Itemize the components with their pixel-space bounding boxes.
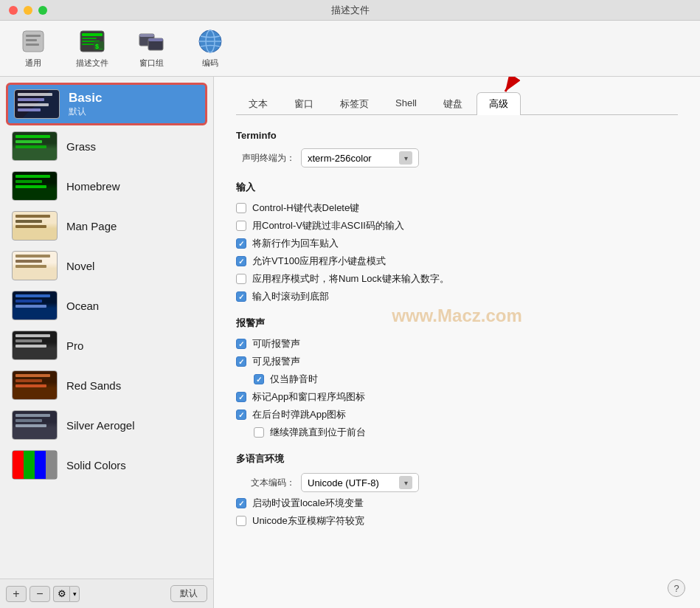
- maximize-button[interactable]: [38, 6, 47, 15]
- visible-checkbox[interactable]: [236, 356, 246, 367]
- tab-text[interactable]: 文本: [236, 92, 280, 115]
- bounce-app-checkbox[interactable]: [236, 410, 246, 420]
- sidebar-item-homebrew[interactable]: Homebrew: [6, 167, 207, 205]
- input-section: 输入 Control-H键代表Delete键 用Control-V键跳过非ASC…: [236, 181, 678, 303]
- vt100-label: 允许VT100应用程序小键盘模式: [252, 255, 386, 268]
- sidebar-item-novel[interactable]: Novel: [6, 246, 207, 285]
- audible-checkbox[interactable]: [236, 339, 246, 349]
- cjk-width-checkbox[interactable]: [236, 516, 246, 526]
- badge-app-label: 标记App和窗口程序坞图标: [252, 390, 365, 404]
- multilang-section: 多语言环境 文本编码： Unicode (UTF-8) ▾ 启动时设置local…: [236, 452, 678, 528]
- sidebar-item-pro[interactable]: Pro: [6, 326, 207, 365]
- toolbar-profiles[interactable]: $_ 描述文件: [74, 28, 111, 69]
- homebrew-name: Homebrew: [66, 180, 120, 193]
- grass-name: Grass: [66, 140, 96, 153]
- bounce-app-row: 在后台时弹跳App图标: [236, 408, 678, 421]
- sidebar: Basic 默认 Grass: [0, 77, 214, 608]
- svg-rect-14: [148, 38, 163, 41]
- tab-tabpage[interactable]: 标签页: [328, 92, 381, 115]
- newline-row: 将新行作为回车贴入: [236, 237, 678, 250]
- newline-checkbox[interactable]: [236, 238, 246, 249]
- cjk-width-label: Unicode东亚模糊字符较宽: [252, 514, 364, 528]
- sidebar-item-silveraerogel[interactable]: Silver Aerogel: [6, 406, 207, 444]
- alert-section: 报警声 可听报警声 可见报警声 仅当静音时 标记App和窗口程序坞图标 在后台时…: [236, 317, 678, 439]
- close-button[interactable]: [9, 6, 18, 15]
- pro-name: Pro: [66, 339, 83, 352]
- ctrl-h-checkbox[interactable]: [236, 203, 246, 213]
- ocean-name: Ocean: [66, 300, 99, 312]
- terminfo-header: Terminfo: [236, 130, 678, 141]
- terminfo-select[interactable]: xterm-256color ▾: [301, 148, 419, 167]
- vt100-row: 允许VT100应用程序小键盘模式: [236, 255, 678, 268]
- locale-label: 启动时设置locale环境变量: [252, 497, 364, 510]
- remove-profile-button[interactable]: −: [30, 586, 50, 602]
- sidebar-item-basic[interactable]: Basic 默认: [6, 83, 207, 125]
- minimize-button[interactable]: [24, 6, 32, 15]
- sidebar-item-ocean[interactable]: Ocean: [6, 286, 207, 325]
- homebrew-thumbnail: [12, 171, 58, 201]
- titlebar: 描述文件: [0, 0, 700, 21]
- numlock-row: 应用程序模式时，将Num Lock键来输入数字。: [236, 272, 678, 286]
- pro-thumbnail: [12, 331, 58, 360]
- sidebar-item-grass[interactable]: Grass: [6, 127, 207, 165]
- sidebar-item-redsands[interactable]: Red Sands: [6, 366, 207, 404]
- svg-rect-5: [82, 33, 103, 36]
- add-profile-button[interactable]: +: [6, 586, 27, 602]
- windowgroup-label: 窗口组: [139, 58, 164, 69]
- main-area: Basic 默认 Grass: [0, 77, 700, 608]
- silent-only-label: 仅当静音时: [270, 373, 318, 386]
- vt100-checkbox[interactable]: [236, 256, 246, 266]
- locale-checkbox[interactable]: [236, 498, 246, 508]
- svg-rect-1: [26, 35, 41, 37]
- ctrl-h-row: Control-H键代表Delete键: [236, 201, 678, 215]
- toolbar-encoding[interactable]: 编码: [192, 28, 229, 69]
- svg-rect-8: [82, 44, 95, 45]
- window-title: 描述文件: [331, 4, 370, 17]
- audible-label: 可听报警声: [252, 337, 300, 350]
- toolbar-general[interactable]: 通用: [15, 28, 52, 69]
- encoding-select[interactable]: Unicode (UTF-8) ▾: [301, 473, 419, 492]
- declare-terminal-row: 声明终端为： xterm-256color ▾: [236, 148, 678, 167]
- manpage-name: Man Page: [66, 220, 117, 232]
- silveraerogel-thumbnail: [12, 410, 58, 440]
- tab-shell[interactable]: Shell: [383, 92, 429, 115]
- svg-rect-12: [139, 34, 154, 37]
- set-default-button[interactable]: 默认: [170, 585, 207, 602]
- redsands-thumbnail: [12, 370, 58, 400]
- badge-app-checkbox[interactable]: [236, 392, 246, 402]
- sidebar-footer: + − ⚙ ▾ 默认: [0, 578, 213, 608]
- gear-dropdown-button[interactable]: ▾: [69, 586, 80, 602]
- sidebar-item-solidcolors[interactable]: Solid Colors: [6, 446, 207, 484]
- silent-only-row: 仅当静音时: [236, 373, 678, 386]
- encoding-label: 文本编码：: [236, 477, 295, 489]
- input-header: 输入: [236, 181, 678, 194]
- help-button[interactable]: ?: [668, 579, 685, 597]
- sidebar-item-manpage[interactable]: Man Page: [6, 207, 207, 245]
- tab-advanced[interactable]: 高级: [477, 92, 521, 115]
- gear-button[interactable]: ⚙: [53, 586, 69, 602]
- content-panel: www.Macz.com 文本 窗口 标签页 Shell 键盘 高级: [214, 77, 700, 608]
- numlock-checkbox[interactable]: [236, 274, 246, 284]
- tab-window[interactable]: 窗口: [282, 92, 326, 115]
- scroll-checkbox[interactable]: [236, 291, 246, 302]
- ocean-thumbnail: [12, 291, 58, 320]
- silveraerogel-name: Silver Aerogel: [66, 419, 135, 432]
- red-arrow-annotation: [498, 77, 538, 97]
- toolbar-windowgroup[interactable]: 窗口组: [133, 28, 170, 69]
- badge-app-row: 标记App和窗口程序坞图标: [236, 390, 678, 404]
- basic-sub: 默认: [69, 106, 102, 118]
- solidcolors-name: Solid Colors: [66, 459, 126, 471]
- manpage-thumbnail: [12, 211, 58, 241]
- ctrl-v-checkbox[interactable]: [236, 221, 246, 231]
- basic-name: Basic: [69, 91, 102, 106]
- tab-keyboard[interactable]: 键盘: [431, 92, 475, 115]
- silent-only-checkbox[interactable]: [254, 374, 264, 384]
- bounce-front-checkbox[interactable]: [254, 427, 264, 438]
- novel-name: Novel: [66, 260, 94, 272]
- terminfo-section: Terminfo 声明终端为： xterm-256color ▾: [236, 130, 678, 167]
- cjk-width-row: Unicode东亚模糊字符较宽: [236, 514, 678, 528]
- basic-thumbnail: [14, 89, 60, 119]
- terminfo-value: xterm-256color: [308, 153, 396, 164]
- alert-header: 报警声: [236, 317, 678, 330]
- grass-thumbnail: [12, 131, 58, 161]
